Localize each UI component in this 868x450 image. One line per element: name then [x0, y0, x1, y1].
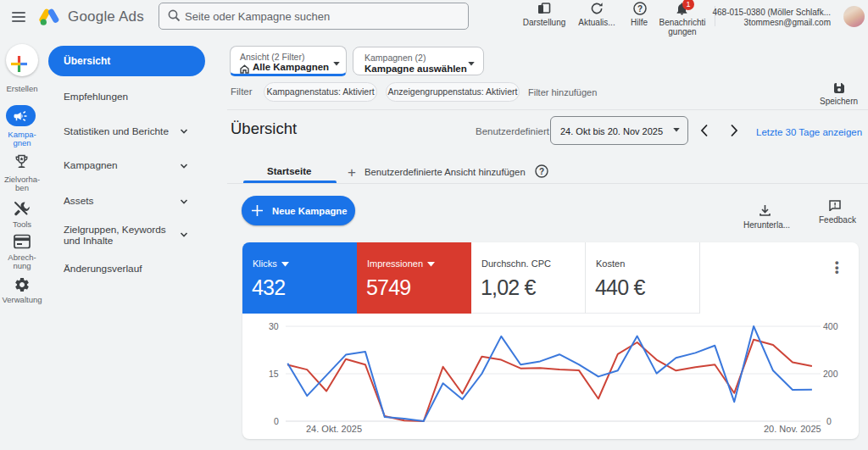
svg-text:?: ? — [539, 167, 544, 176]
svg-text:?: ? — [637, 4, 643, 14]
